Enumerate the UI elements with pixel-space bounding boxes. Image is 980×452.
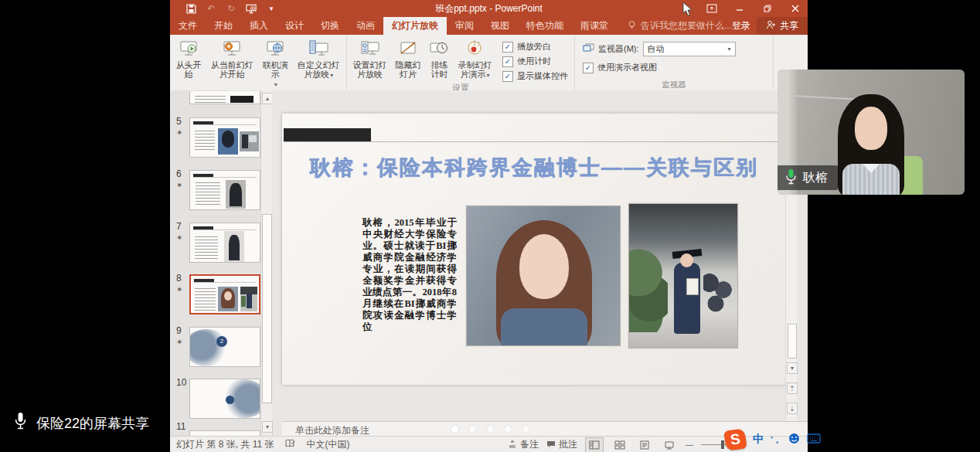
graduation-photo[interactable]: [628, 203, 738, 348]
thumbnail-scrollbar[interactable]: ▲ ▼: [260, 90, 272, 436]
thumbnail-scrollbar-thumb[interactable]: [262, 214, 272, 403]
close-button[interactable]: [789, 3, 801, 14]
participant-name: 耿榕: [803, 170, 828, 186]
mouse-cursor: [682, 2, 694, 20]
setup-slideshow-button[interactable]: 设置幻灯片放映: [349, 36, 391, 79]
ime-toolbar: S 中 ’，: [725, 430, 821, 450]
slide-sorter-view-button[interactable]: [611, 438, 628, 452]
tell-me-box[interactable]: 告诉我您想要做什么...: [628, 17, 732, 35]
hide-slide-button[interactable]: 隐藏幻灯片: [391, 36, 425, 79]
dot: [505, 426, 512, 433]
thumbnail-slide-8-selected[interactable]: [189, 274, 260, 314]
portrait-photo[interactable]: [466, 206, 621, 346]
thumbnail-slide-11-partial[interactable]: [189, 430, 260, 436]
slide-canvas[interactable]: 耿榕：保险本科跨界金融博士——关联与区别 耿榕，2015年毕业于中央财经大学保险…: [282, 114, 786, 385]
present-online-button[interactable]: 联机演示▾: [258, 36, 292, 90]
clock-icon: [429, 39, 449, 59]
screen-share-banner: 保险22的屏幕共享: [14, 412, 149, 434]
tab-transitions[interactable]: 切换: [312, 17, 348, 35]
redo-icon[interactable]: ↻: [226, 3, 236, 14]
slide-body-text[interactable]: 耿榕，2015年毕业于中央财经大学保险专业。硕士就读于BI挪威商学院金融经济学专…: [362, 217, 457, 333]
slide-title[interactable]: 耿榕：保险本科跨界金融博士——关联与区别: [298, 154, 771, 182]
ime-keyboard-icon[interactable]: [807, 433, 821, 447]
thumbnail-slide-9[interactable]: 2: [189, 327, 260, 367]
tab-view[interactable]: 视图: [482, 17, 518, 35]
tab-file[interactable]: 文件: [170, 17, 206, 35]
thumbnail-slide-5[interactable]: [189, 117, 260, 158]
previous-slide-icon[interactable]: ⇡: [787, 382, 798, 394]
group-monitors: 监视器(M): 自动 ▾ ✓ 使用演示者视图 监视器: [575, 35, 774, 90]
comment-icon: [546, 440, 556, 450]
tab-rain-classroom[interactable]: 雨课堂: [572, 17, 617, 35]
thumbnail-slide-6[interactable]: [189, 170, 260, 210]
mic-icon: [14, 412, 27, 434]
slideshow-view-button[interactable]: [661, 438, 678, 452]
screen-gear-icon: [360, 39, 380, 59]
tab-special-features[interactable]: 特色功能: [518, 17, 572, 35]
qat-customize-icon[interactable]: ▾: [266, 3, 277, 14]
ime-emoji-icon[interactable]: [788, 433, 800, 447]
tab-animations[interactable]: 动画: [348, 17, 383, 35]
sogou-ime-icon[interactable]: S: [723, 428, 747, 451]
reading-view-button[interactable]: [636, 438, 653, 452]
zoom-out-button[interactable]: —: [686, 440, 693, 449]
checkbox-presenter-view[interactable]: ✓ 使用演示者视图: [583, 62, 736, 73]
checkbox-use-timings[interactable]: ✓ 使用计时: [502, 56, 568, 67]
slide-thumbnail-panel: 5 ✶ 6 ✶ 7 ✶ 8 ✶: [170, 90, 273, 436]
slide-editing-area: 耿榕：保险本科跨界金融博士——关联与区别 耿榕，2015年毕业于中央财经大学保险…: [272, 90, 808, 421]
scroll-up-icon[interactable]: ▲: [262, 93, 273, 104]
ribbon-display-options-icon[interactable]: [706, 3, 718, 14]
checkbox-show-media-controls[interactable]: ✓ 显示媒体控件: [502, 70, 568, 82]
from-beginning-button[interactable]: 从头开始: [172, 36, 206, 79]
spellcheck-icon[interactable]: [284, 439, 295, 450]
thumbnail-slide-7[interactable]: [189, 223, 260, 263]
save-icon[interactable]: [185, 3, 196, 14]
language-indicator[interactable]: 中文(中国): [306, 438, 349, 451]
dot-active: [451, 426, 458, 433]
slide-title-placeholder-bar: [284, 128, 371, 142]
ribbon: 从头开始 从当前幻灯片开始 联机演示▾ 自定义幻灯片放映▾ 开始放映幻灯片: [170, 35, 808, 91]
rehearse-timings-button[interactable]: 排练计时: [425, 36, 454, 79]
ribbon-tab-row: 文件 开始 插入 设计 切换 动画 幻灯片放映 审阅 视图 特色功能 雨课堂 告…: [170, 17, 808, 35]
title-bar: ↶ ↻ ▾ 班会ppt.pptx - PowerPoint: [170, 0, 808, 17]
ime-chinese-mode-toggle[interactable]: 中: [753, 433, 764, 447]
checkbox-play-narrations[interactable]: ✓ 播放旁白: [502, 41, 568, 53]
screen-current-icon: [222, 39, 242, 59]
tab-insert[interactable]: 插入: [241, 17, 277, 35]
custom-slideshow-button[interactable]: 自定义幻灯片放映▾: [292, 36, 345, 80]
notes-toggle[interactable]: 备注: [508, 438, 539, 451]
scroll-down-icon[interactable]: ▼: [262, 421, 273, 433]
tab-design[interactable]: 设计: [277, 17, 312, 35]
thumbnail-slide-4-partial[interactable]: [189, 91, 260, 106]
record-slideshow-button[interactable]: 录制幻灯片演示▾: [454, 36, 496, 80]
undo-icon[interactable]: ↶: [206, 3, 216, 14]
slide-scrollbar-thumb[interactable]: [788, 324, 797, 359]
minimize-button[interactable]: [733, 3, 746, 14]
mic-on-icon: [785, 168, 797, 188]
thumbnail-slide-10[interactable]: [189, 379, 260, 419]
start-from-beginning-icon[interactable]: [246, 3, 257, 14]
zoom-slider-thumb[interactable]: [721, 440, 724, 449]
dot: [487, 426, 494, 433]
dot: [469, 426, 476, 433]
restore-button[interactable]: [761, 3, 774, 14]
tab-home[interactable]: 开始: [206, 17, 241, 35]
comments-toggle[interactable]: 批注: [546, 438, 577, 451]
normal-view-button[interactable]: [585, 437, 604, 452]
thumbnail-number: 5: [176, 116, 182, 127]
share-button[interactable]: 共享: [757, 17, 808, 35]
dot: [522, 426, 529, 433]
sign-in-link[interactable]: 登录: [732, 19, 750, 32]
next-slide-icon[interactable]: ⇣: [787, 403, 798, 414]
thumbnail-number: 9: [176, 325, 182, 336]
scroll-down-icon[interactable]: ▼: [787, 362, 798, 374]
from-current-slide-button[interactable]: 从当前幻灯片开始: [206, 36, 258, 79]
share-person-icon: [766, 20, 776, 32]
screen-globe-icon: [265, 39, 285, 59]
tab-slideshow[interactable]: 幻灯片放映: [383, 17, 447, 35]
powerpoint-window: ↶ ↻ ▾ 班会ppt.pptx - PowerPoint 文件 开始: [170, 0, 808, 452]
monitor-dropdown[interactable]: 自动 ▾: [643, 42, 736, 56]
webcam-video-tile[interactable]: 耿榕: [778, 70, 965, 195]
tab-review[interactable]: 审阅: [447, 17, 482, 35]
ime-punctuation-toggle[interactable]: ’，: [771, 434, 781, 446]
